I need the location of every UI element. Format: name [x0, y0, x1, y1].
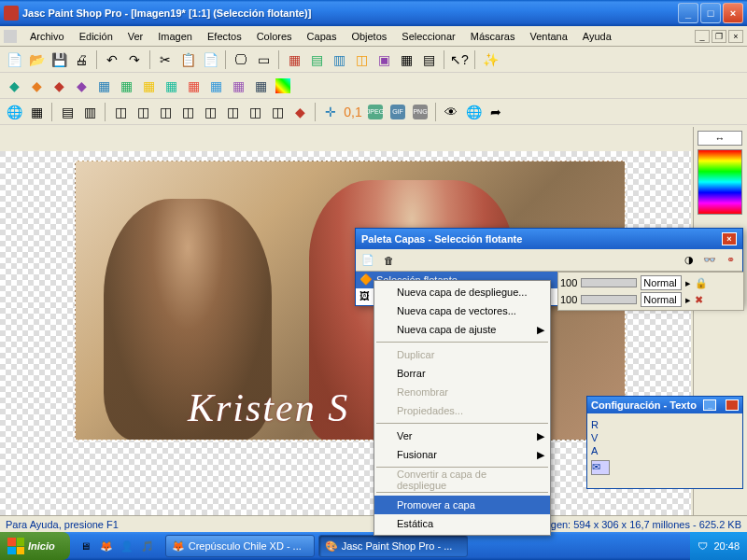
fx-button[interactable]: ◆: [4, 76, 24, 96]
close-button[interactable]: ×: [723, 3, 743, 23]
text-panel-titlebar[interactable]: Configuración - Texto _: [587, 397, 742, 413]
swap-colors[interactable]: ↔: [698, 131, 742, 146]
web-button[interactable]: ◫: [110, 102, 131, 122]
ql-firefox[interactable]: 🦊: [98, 538, 115, 554]
menu-colores[interactable]: Colores: [249, 29, 300, 44]
ctx-new-adjust-layer[interactable]: Nueva capa de ajuste▶: [374, 320, 550, 339]
web-button[interactable]: ◫: [133, 102, 153, 122]
fx-button[interactable]: ▦: [205, 76, 226, 96]
tool-button[interactable]: ▤: [306, 49, 327, 70]
tool-button[interactable]: ▦: [284, 49, 304, 70]
mdi-close[interactable]: ×: [728, 30, 743, 43]
ctx-promote-layer[interactable]: Promover a capa: [374, 496, 550, 514]
visibility-icon[interactable]: ✖: [695, 294, 703, 306]
ctx-static[interactable]: Estática: [374, 514, 550, 533]
crosshair-button[interactable]: ✛: [320, 102, 341, 122]
delete-layer-button[interactable]: 🗑: [380, 252, 397, 269]
chevron-down-icon[interactable]: ▸: [685, 277, 691, 289]
fx-button[interactable]: ▦: [183, 76, 204, 96]
tool-button[interactable]: ▤: [418, 49, 439, 70]
fx-button[interactable]: ▦: [161, 76, 181, 96]
web-button[interactable]: ▤: [57, 102, 78, 122]
menu-imagen[interactable]: Imagen: [150, 29, 200, 44]
mask-button[interactable]: ◑: [681, 252, 698, 269]
task-psp[interactable]: 🎨 Jasc Paint Shop Pro - ...: [318, 535, 468, 557]
tool-button[interactable]: ▦: [396, 49, 416, 70]
new-layer-button[interactable]: 📄: [359, 252, 376, 269]
web-button[interactable]: ◫: [222, 102, 243, 122]
text-opt-envelope[interactable]: ✉: [591, 460, 610, 475]
color-spectrum[interactable]: [698, 149, 742, 215]
help-arrow-button[interactable]: ↖?: [449, 49, 470, 70]
menu-ayuda[interactable]: Ayuda: [575, 29, 619, 44]
cut-button[interactable]: ✂: [155, 49, 176, 70]
menu-capas[interactable]: Capas: [300, 29, 345, 44]
fx-button[interactable]: ▦: [116, 76, 136, 96]
web-button[interactable]: ▦: [26, 102, 47, 122]
ctx-new-raster-layer[interactable]: Nueva capa de despliegue...: [374, 283, 550, 301]
web-button[interactable]: 🌐: [4, 102, 24, 122]
ctx-delete[interactable]: Borrar: [374, 364, 550, 383]
ql-msn[interactable]: 👤: [119, 538, 135, 554]
blend-mode-select[interactable]: Normal: [641, 292, 682, 307]
palette-close-button[interactable]: ×: [722, 232, 737, 245]
text-opt-r[interactable]: R: [591, 419, 739, 430]
undo-button[interactable]: ↶: [102, 49, 122, 70]
document-icon[interactable]: [4, 30, 17, 43]
normal-view-button[interactable]: ▭: [253, 49, 274, 70]
browser-button[interactable]: 🌐: [463, 102, 484, 122]
tray-icon[interactable]: 🛡: [698, 540, 708, 552]
fullscreen-button[interactable]: 🖵: [231, 49, 251, 70]
fx-button[interactable]: ▦: [250, 76, 271, 96]
panel-min-button[interactable]: _: [703, 399, 716, 411]
panel-close-button[interactable]: [726, 399, 739, 411]
mdi-restore[interactable]: ❐: [712, 30, 726, 43]
new-button[interactable]: 📄: [4, 49, 24, 70]
menu-ventana[interactable]: Ventana: [522, 29, 574, 44]
jpeg-button[interactable]: JPEG: [365, 102, 386, 122]
web-button[interactable]: ◫: [200, 102, 220, 122]
ruler-button[interactable]: 0,1: [343, 102, 363, 122]
minimize-button[interactable]: _: [678, 3, 698, 23]
web-button[interactable]: ▥: [79, 102, 100, 122]
start-button[interactable]: Inicio: [0, 532, 70, 560]
menu-seleccionar[interactable]: Seleccionar: [394, 29, 462, 44]
menu-efectos[interactable]: Efectos: [200, 29, 249, 44]
redo-button[interactable]: ↷: [124, 49, 145, 70]
web-button[interactable]: ◫: [177, 102, 198, 122]
fx-button[interactable]: [273, 76, 293, 96]
palette-titlebar[interactable]: Paleta Capas - Selección flotante ×: [356, 229, 742, 249]
text-opt-v[interactable]: V: [591, 432, 739, 443]
fx-button[interactable]: ◆: [49, 76, 69, 96]
export-button[interactable]: ➦: [486, 102, 506, 122]
fx-button[interactable]: ◆: [71, 76, 92, 96]
blend-mode-select[interactable]: Normal: [641, 275, 682, 290]
chevron-down-icon[interactable]: ▸: [685, 294, 691, 306]
maximize-button[interactable]: □: [700, 3, 721, 23]
web-button[interactable]: ◫: [267, 102, 288, 122]
fx-button[interactable]: ▦: [228, 76, 248, 96]
ctx-new-vector-layer[interactable]: Nueva capa de vectores...: [374, 301, 550, 320]
tool-button[interactable]: ◫: [351, 49, 372, 70]
fx-button[interactable]: ▦: [93, 76, 114, 96]
web-button[interactable]: ◫: [155, 102, 176, 122]
tool-button[interactable]: ▣: [374, 49, 394, 70]
opacity-slider[interactable]: [581, 278, 637, 287]
ql-desktop[interactable]: 🖥: [78, 538, 94, 554]
paste-button[interactable]: 📄: [200, 49, 220, 70]
ql-app[interactable]: 🎵: [139, 538, 156, 554]
task-firefox[interactable]: 🦊 Crepúsculo Chile XD - ...: [165, 535, 315, 557]
lock-icon[interactable]: 🔒: [695, 277, 708, 289]
menu-mascaras[interactable]: Máscaras: [463, 29, 523, 44]
menu-edicion[interactable]: Edición: [72, 29, 120, 44]
opacity-slider[interactable]: [581, 295, 637, 304]
glasses-button[interactable]: 👓: [701, 252, 718, 269]
open-button[interactable]: 📂: [26, 49, 47, 70]
web-button[interactable]: ◆: [289, 102, 310, 122]
tool-button[interactable]: ▥: [329, 49, 349, 70]
menu-archivo[interactable]: Archivo: [22, 29, 72, 44]
web-button[interactable]: ◫: [245, 102, 265, 122]
wand-button[interactable]: ✨: [480, 49, 500, 70]
fx-button[interactable]: ◆: [26, 76, 47, 96]
save-button[interactable]: 💾: [49, 49, 69, 70]
